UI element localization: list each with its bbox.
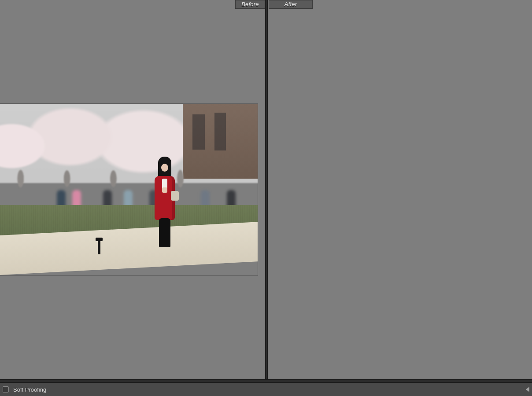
before-photo[interactable] (0, 104, 258, 275)
compare-canvas: Before After Soft Proofing (0, 0, 532, 396)
bottom-toolbar: Soft Proofing (0, 383, 532, 396)
before-photo-content (0, 104, 258, 275)
after-badge: After (269, 0, 313, 9)
toolbar-separator (0, 379, 532, 383)
before-badge: Before (235, 0, 265, 9)
after-panel[interactable] (268, 0, 532, 379)
soft-proofing-label[interactable]: Soft Proofing (13, 386, 46, 393)
soft-proofing-checkbox[interactable] (3, 386, 9, 392)
before-panel[interactable] (0, 0, 265, 379)
panel-disclosure-icon[interactable] (526, 387, 529, 392)
